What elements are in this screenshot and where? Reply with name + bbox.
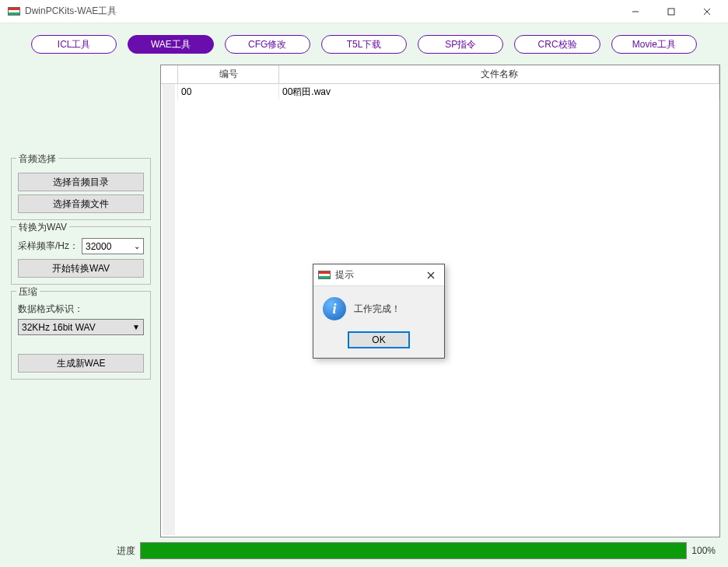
group-title: 转换为WAV [16,221,69,234]
tab-sp[interactable]: SP指令 [418,35,503,54]
sidebar: 音频选择 选择音频目录 选择音频文件 转换为WAV 采样频率/Hz： 32000… [8,65,154,537]
cell-filename: 00稻田.wav [279,84,719,100]
minimize-button[interactable] [618,0,653,23]
sample-rate-label: 采样频率/Hz： [18,240,79,253]
cell-number: 00 [178,84,279,100]
app-icon [8,7,20,16]
table-row[interactable]: 1 00 00稻田.wav [161,84,719,100]
group-compress: 压缩 数据格式标识： 32KHz 16bit WAV ▼ 生成新WAE [11,291,151,380]
group-audio-select: 音频选择 选择音频目录 选择音频文件 [11,158,151,220]
sample-rate-select[interactable]: 32000 ⌄ [82,238,144,254]
group-title: 压缩 [16,285,40,299]
group-title: 音频选择 [16,152,58,166]
dialog-message: 工作完成！ [354,303,401,316]
table-header: 编号 文件名称 [161,65,719,84]
app-icon [318,271,331,279]
progress-row: 进度 100% [8,542,720,559]
titlebar: DwinPCKits-WAE工具 [0,0,728,23]
maximize-button[interactable] [653,0,689,23]
tab-wae[interactable]: WAE工具 [128,35,213,54]
tabs-row: ICL工具 WAE工具 CFG修改 T5L下载 SP指令 CRC校验 Movie… [8,35,720,65]
format-select[interactable]: 32KHz 16bit WAV ▼ [18,319,144,335]
dialog-titlebar: 提示 [313,264,444,286]
select-audio-file-button[interactable]: 选择音频文件 [18,194,144,213]
format-label: 数据格式标识： [18,303,144,316]
dialog-close-button[interactable] [419,266,443,285]
group-convert-wav: 转换为WAV 采样频率/Hz： 32000 ⌄ 开始转换WAV [11,226,151,285]
col-number: 编号 [178,65,279,83]
format-value: 32KHz 16bit WAV [22,322,96,333]
close-button[interactable] [689,0,725,23]
info-icon: i [323,297,346,320]
tab-icl[interactable]: ICL工具 [31,35,117,54]
svg-rect-1 [668,9,674,15]
generate-wae-button[interactable]: 生成新WAE [18,354,144,373]
scrollbar-vertical[interactable] [163,84,175,535]
progress-percent: 100% [691,545,716,556]
tab-cfg[interactable]: CFG修改 [225,35,310,54]
dialog-prompt: 提示 i 工作完成！ OK [313,264,445,359]
select-audio-dir-button[interactable]: 选择音频目录 [18,173,144,191]
tab-movie[interactable]: Movie工具 [611,35,697,54]
window-title: DwinPCKits-WAE工具 [25,5,618,18]
tab-t5l[interactable]: T5L下载 [321,35,407,54]
sample-rate-value: 32000 [86,241,111,252]
col-index [161,65,178,83]
dialog-title: 提示 [335,268,419,282]
caret-down-icon: ▼ [132,323,140,331]
chevron-down-icon: ⌄ [134,242,140,250]
dialog-ok-button[interactable]: OK [348,331,410,348]
start-convert-button[interactable]: 开始转换WAV [18,259,144,278]
col-filename: 文件名称 [279,65,719,83]
progress-label: 进度 [117,544,135,558]
tab-crc[interactable]: CRC校验 [514,35,600,54]
progress-bar [140,542,687,559]
